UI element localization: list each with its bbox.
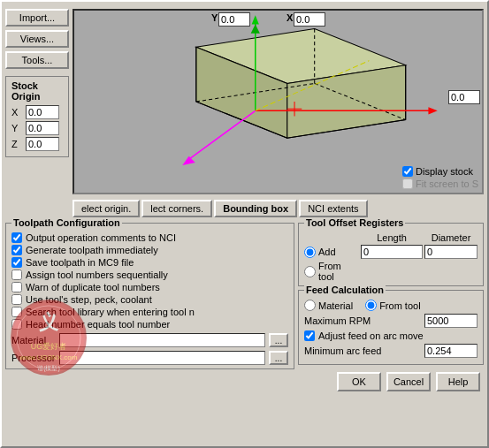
z-axis-input[interactable] — [448, 90, 480, 104]
tool-offset-title: Tool Offset Registers — [304, 217, 405, 228]
material-label: Material — [11, 335, 56, 345]
fit-screen-checkbox[interactable] — [402, 178, 413, 189]
feed-material-label: Material — [304, 300, 353, 311]
right-panel: Tool Offset Registers Length Diameter Ad… — [298, 223, 484, 443]
check-head-number-label: Head number equals tool number — [26, 319, 170, 330]
processor-input[interactable] — [59, 351, 265, 365]
feed-from-tool-label: From tool — [365, 300, 420, 311]
processor-browse-button[interactable]: ... — [269, 351, 288, 365]
check-search-tool-library[interactable] — [11, 307, 22, 317]
max-rpm-input[interactable] — [424, 314, 478, 328]
stock-origin-x-row: X — [11, 105, 63, 119]
y-axis-input[interactable] — [218, 12, 250, 27]
length-header: Length — [361, 232, 423, 243]
left-buttons-area: Import... Views... Tools... Stock Origin… — [5, 9, 69, 194]
stock-origin-title: Stock Origin — [11, 80, 63, 102]
buttons-row: elect origin. lect corners. Bounding box… — [5, 198, 484, 219]
add-radio[interactable] — [304, 247, 316, 258]
nci-extents-button[interactable]: NCI extents — [299, 200, 367, 217]
cancel-button[interactable]: Cancel — [386, 372, 431, 391]
check-search-tool-library-label: Search tool library when entering tool n — [26, 307, 195, 317]
viewport-area: Y X Z Display stock Fit screen to S — [73, 9, 484, 194]
tool-offset-group: Tool Offset Registers Length Diameter Ad… — [298, 223, 484, 286]
select-corners-button[interactable]: lect corners. — [141, 200, 212, 217]
feed-calc-group: Feed Calculation Material From tool — [298, 290, 484, 365]
check-use-tool-step-label: Use tool's step, peck, coolant — [26, 294, 152, 305]
from-tool-radio[interactable] — [304, 266, 316, 277]
check-item-3: Save toolpath in MC9 file — [11, 257, 288, 268]
left-panel: Toolpath Configuration Output operation … — [5, 223, 294, 443]
add-length-input[interactable] — [361, 245, 423, 259]
fit-screen-row: Fit screen to S — [402, 178, 478, 189]
check-use-tool-step[interactable] — [11, 294, 22, 305]
toolpath-config-group: Toolpath Configuration Output operation … — [5, 223, 294, 369]
min-arc-input[interactable] — [424, 344, 478, 358]
stock-origin-y-input[interactable] — [26, 121, 59, 135]
feed-from-tool-text: From tool — [379, 300, 420, 311]
check-save-toolpath[interactable] — [11, 257, 22, 268]
views-button[interactable]: Views... — [5, 30, 69, 48]
stock-origin-group: Stock Origin X Y Z — [5, 76, 69, 157]
display-stock-area: Display stock Fit screen to S — [402, 166, 478, 189]
main-container: afety zone.. Import... Views... Tools...… — [0, 0, 489, 448]
help-button[interactable]: Help — [436, 372, 480, 391]
check-generate-toolpath-label: Generate toolpath immediately — [26, 245, 158, 255]
display-stock-checkbox[interactable] — [402, 166, 413, 177]
feed-material-radio[interactable] — [304, 300, 316, 311]
check-head-number[interactable] — [11, 319, 22, 330]
feed-material-text: Material — [318, 300, 353, 311]
svg-line-14 — [187, 110, 256, 161]
stock-origin-y-row: Y — [11, 121, 63, 135]
svg-marker-13 — [428, 107, 437, 114]
feed-from-tool-radio[interactable] — [365, 300, 377, 311]
adjust-feed-checkbox[interactable] — [304, 330, 315, 341]
check-assign-tool-numbers-label: Assign tool numbers sequentially — [26, 270, 168, 280]
stock-origin-x-input[interactable] — [26, 105, 59, 119]
x-axis-label: X — [287, 12, 293, 23]
import-button[interactable]: Import... — [5, 9, 69, 27]
material-input[interactable] — [59, 333, 265, 347]
y-axis-label: Y — [211, 12, 218, 23]
feed-source-row: Material From tool — [304, 300, 478, 311]
processor-row: Processor ... — [11, 351, 288, 365]
bottom-buttons: OK Cancel Help — [298, 368, 484, 393]
max-rpm-row: Maximum RPM — [304, 314, 478, 328]
processor-label: Processor — [11, 353, 56, 363]
svg-marker-15 — [182, 156, 195, 165]
material-row: Material ... — [11, 333, 288, 347]
check-output-comments[interactable] — [11, 232, 22, 243]
check-item-1: Output operation comments to NCI — [11, 232, 288, 243]
check-assign-tool-numbers[interactable] — [11, 270, 22, 280]
toolpath-config-title: Toolpath Configuration — [11, 217, 122, 228]
x-axis-input[interactable] — [294, 12, 325, 27]
check-item-5: Warn of duplicate tool numbers — [11, 282, 288, 292]
check-item-6: Use tool's step, peck, coolant — [11, 294, 288, 305]
check-item-2: Generate toolpath immediately — [11, 245, 288, 255]
bottom-section: Toolpath Configuration Output operation … — [5, 223, 484, 443]
stock-origin-z-label: Z — [11, 139, 22, 149]
toolpath-config-content: Output operation comments to NCI Generat… — [11, 232, 288, 365]
check-generate-toolpath[interactable] — [11, 245, 22, 255]
add-diameter-input[interactable] — [424, 245, 478, 259]
check-warn-duplicate[interactable] — [11, 282, 22, 292]
tools-button[interactable]: Tools... — [5, 51, 69, 69]
min-arc-label: Minimum arc feed — [304, 345, 421, 356]
adjust-feed-label: Adjust feed on arc move — [318, 330, 424, 341]
ok-button[interactable]: OK — [337, 372, 381, 391]
min-arc-row: Minimum arc feed — [304, 344, 478, 358]
check-item-4: Assign tool numbers sequentially — [11, 270, 288, 280]
select-origin-button[interactable]: elect origin. — [73, 200, 140, 217]
from-tool-radio-label: From tool — [304, 261, 359, 282]
bounding-box-button[interactable]: Bounding box — [214, 200, 297, 217]
material-browse-button[interactable]: ... — [269, 333, 288, 347]
tool-offset-table: Length Diameter Add From tool — [304, 232, 478, 282]
feed-calc-content: Material From tool Maximum RPM Adjust — [304, 300, 478, 358]
stock-origin-z-input[interactable] — [26, 137, 59, 151]
check-warn-duplicate-label: Warn of duplicate tool numbers — [26, 282, 160, 292]
max-rpm-label: Maximum RPM — [304, 315, 421, 326]
tool-offset-content: Length Diameter Add From tool — [304, 232, 478, 282]
add-radio-label: Add — [304, 247, 359, 258]
display-stock-row: Display stock — [402, 166, 478, 177]
svg-marker-11 — [252, 15, 259, 24]
check-output-comments-label: Output operation comments to NCI — [26, 232, 176, 243]
